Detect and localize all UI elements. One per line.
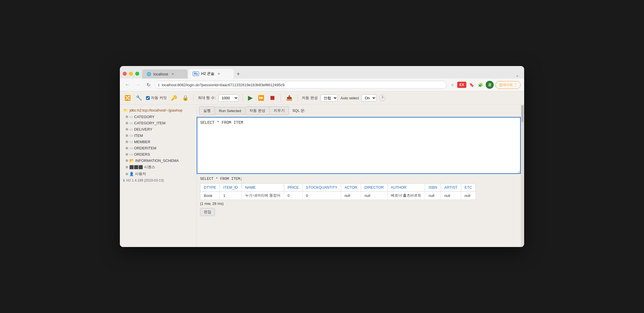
table-icon-orders: ▭ <box>129 152 133 156</box>
expand-orders-icon[interactable]: ⊞ <box>126 153 128 156</box>
col-author: AUTHOR <box>387 184 425 191</box>
auto-complete-query-button[interactable]: 자동 완성 <box>245 106 270 115</box>
table-icon-orderitem: ▭ <box>129 146 133 150</box>
export-button[interactable]: 📤 <box>285 94 294 102</box>
cell-stockquantity: 0 <box>302 191 341 200</box>
results-area: SELECT * FROM ITEM; DTYPE ITEM_ID NAME P… <box>197 174 521 219</box>
max-rows-select[interactable]: 1000 500 100 10000 <box>218 94 239 102</box>
tab-h2console[interactable]: H₂ H2 콘솔 ✕ <box>188 69 234 79</box>
col-item-id: ITEM_ID <box>220 184 241 191</box>
max-rows-label: 최대 행 수: <box>198 95 216 100</box>
sidebar-item-category[interactable]: ⊞ ▭ CATEGORY <box>120 114 196 120</box>
results-header-row: DTYPE ITEM_ID NAME PRICE STOCKQUANTITY A… <box>200 184 476 191</box>
col-artist: ARTIST <box>441 184 461 191</box>
run-button[interactable]: ▶ <box>247 94 254 102</box>
sidebar-item-delivery[interactable]: ⊞ ▭ DELIVERY <box>120 126 196 132</box>
app-toolbar: 🔀 🔧 자동 커밋 🔑 🔒 최대 행 수: 1000 500 100 10000… <box>120 91 524 105</box>
auto-commit-label[interactable]: 자동 커밋 <box>146 95 167 100</box>
expand-category-icon[interactable]: ⊞ <box>126 115 128 119</box>
main-content: 📁 jdbc:h2:tcp://localhost/~/jpashop ⊞ ▭ … <box>120 105 524 247</box>
help-button[interactable]: ? <box>379 95 385 101</box>
sql-editor[interactable] <box>197 117 521 174</box>
scrollbar-thumb[interactable] <box>521 105 524 122</box>
refresh-button[interactable]: ↻ <box>145 81 152 89</box>
expand-sequences-icon[interactable]: ⊞ <box>126 165 128 169</box>
profile-button[interactable]: 경 <box>486 81 494 89</box>
tab-h2console-close[interactable]: ✕ <box>217 71 221 76</box>
auto-select-select[interactable]: On Off <box>362 94 376 102</box>
sidebar-label-sequences: 시퀀스 <box>144 164 155 170</box>
lock-icon-btn[interactable]: 🔒 <box>181 94 190 102</box>
sidebar-label-category-item: CATEGORY_ITEM <box>134 121 165 125</box>
expand-item-icon[interactable]: ⊞ <box>126 134 128 137</box>
key-icon: 🔑 <box>171 95 177 101</box>
tab-localhost[interactable]: 🌐 localhost ✕ <box>142 69 188 79</box>
stop-icon: ⏹ <box>269 94 276 101</box>
table-icon-delivery: ▭ <box>129 127 133 131</box>
sidebar-item-orderitem[interactable]: ⊞ ▭ ORDERITEM <box>120 145 196 151</box>
bookmark2-button[interactable]: 🔖 <box>468 81 475 88</box>
expand-category-item-icon[interactable]: ⊞ <box>126 121 128 125</box>
col-actor: ACTOR <box>341 184 361 191</box>
minimize-button[interactable] <box>129 72 133 76</box>
sidebar-item-sequences[interactable]: ⊞ ⬛⬛⬛ 시퀀스 <box>120 164 196 170</box>
col-director: DIRECTOR <box>361 184 387 191</box>
info-icon: ℹ <box>123 178 125 182</box>
expand-users-icon[interactable]: ⊞ <box>126 172 128 176</box>
new-tab-button[interactable]: + <box>234 70 242 79</box>
auto-commit-checkbox[interactable] <box>146 96 150 100</box>
table-icon-category: ▭ <box>129 114 133 119</box>
secure-icon: ℹ <box>158 83 159 87</box>
expand-member-icon[interactable]: ⊞ <box>126 140 128 144</box>
sidebar-item-item[interactable]: ⊞ ▭ ITEM <box>120 132 196 139</box>
export-icon: 📤 <box>286 95 292 101</box>
sidebar-db-connection[interactable]: 📁 jdbc:h2:tcp://localhost/~/jpashop <box>120 107 196 114</box>
sidebar-item-member[interactable]: ⊞ ▭ MEMBER <box>120 139 196 145</box>
key-icon-btn[interactable]: 🔑 <box>170 94 178 102</box>
connect-icon-btn[interactable]: 🔀 <box>123 94 132 102</box>
help-icon: ? <box>382 96 383 100</box>
users-icon: 👤 <box>129 172 134 176</box>
back-button[interactable]: ← <box>123 81 131 88</box>
sidebar-label-information-schema: INFORMATION_SCHEMA <box>135 158 179 163</box>
sidebar-label-orders: ORDERS <box>134 152 150 156</box>
scrollbar[interactable] <box>521 105 524 247</box>
window-controls <box>123 72 141 79</box>
schema-icon-information: 📂 <box>129 158 134 163</box>
stop-button[interactable]: ⏹ <box>268 94 277 102</box>
maximize-button[interactable] <box>135 72 139 76</box>
tab-localhost-close[interactable]: ✕ <box>170 72 175 76</box>
bookmark-button[interactable]: ☆ <box>450 81 456 88</box>
address-input-container[interactable]: ℹ localhost:8082/login.do?jsessionid=6aa… <box>155 81 447 89</box>
clear-button[interactable]: 지우기 <box>270 106 289 115</box>
run-all-button[interactable]: ⏩ <box>257 94 265 102</box>
edit-button[interactable]: 편집 <box>200 208 215 216</box>
update-button[interactable]: 업데이트 ⋮ <box>495 81 521 89</box>
close-button[interactable] <box>123 72 127 76</box>
cell-name: 누가 내머리에 똥쌌어 <box>241 191 284 200</box>
table-icon-item: ▭ <box>129 133 133 138</box>
table-icon-category-item: ▭ <box>129 121 133 125</box>
run-selected-button[interactable]: Run Selected <box>215 107 245 115</box>
sidebar-item-information-schema[interactable]: ⊞ 📂 INFORMATION_SCHEMA <box>120 157 196 164</box>
sidebar-label-member: MEMBER <box>134 140 150 144</box>
db-icon: 📁 <box>123 108 128 112</box>
tab-localhost-label: localhost <box>153 72 168 76</box>
tab-list-chevron[interactable]: ⌄ <box>513 72 521 79</box>
sidebar-item-category-item[interactable]: ⊞ ▭ CATEGORY_ITEM <box>120 120 196 126</box>
sidebar-item-orders[interactable]: ⊞ ▭ ORDERS <box>120 151 196 157</box>
run-query-button[interactable]: 실행 <box>199 106 215 115</box>
settings-icon-btn[interactable]: 🔧 <box>135 94 143 102</box>
expand-delivery-icon[interactable]: ⊞ <box>126 127 128 131</box>
extensions-button[interactable]: 🧩 <box>477 81 484 88</box>
cell-item-id: 1 <box>220 191 241 200</box>
db-connection-label: jdbc:h2:tcp://localhost/~/jpashop <box>130 108 182 112</box>
forward-button[interactable]: → <box>134 81 142 88</box>
expand-orderitem-icon[interactable]: ⊞ <box>126 146 128 150</box>
ext-button[interactable]: EX <box>457 82 466 88</box>
sidebar-label-users: 사용자 <box>135 171 146 176</box>
expand-information-schema-icon[interactable]: ⊞ <box>126 159 128 162</box>
auto-commit-text: 자동 커밋 <box>151 95 167 100</box>
sidebar-item-users[interactable]: ⊞ 👤 사용자 <box>120 170 196 177</box>
auto-complete-select[interactable]: 안함 항상 <box>321 94 338 102</box>
